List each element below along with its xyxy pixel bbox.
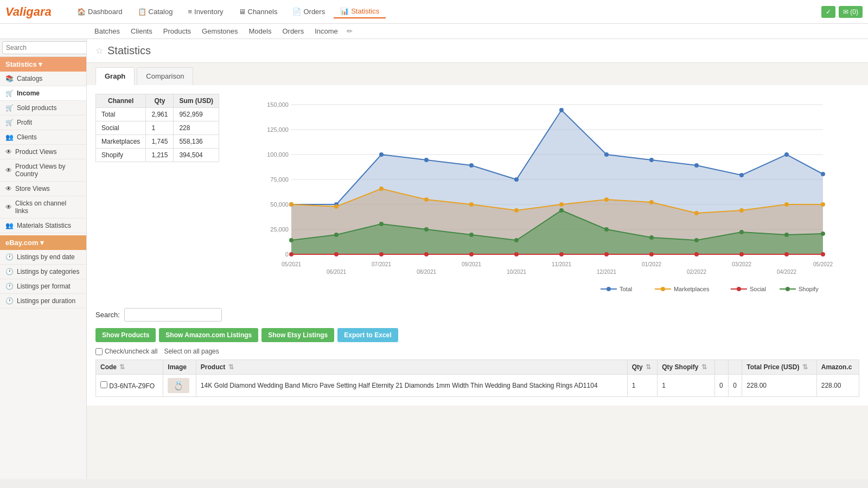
qty-shopify-sort-icon[interactable]: ⇅ — [701, 363, 707, 371]
nav-inventory[interactable]: ≡ Inventory — [181, 5, 229, 18]
code-sort-icon[interactable]: ⇅ — [119, 363, 125, 371]
row-checkbox-cell: D3-6NTA-Z9FO — [96, 375, 163, 397]
sidebar-statistics-section[interactable]: Statistics ▾ — [0, 57, 86, 72]
tab-comparison[interactable]: Comparison — [137, 67, 193, 85]
green-action-button[interactable]: ✓ — [821, 6, 835, 18]
svg-point-61 — [514, 238, 519, 242]
sidebar-item-catalogs[interactable]: 📚 Catalogs — [0, 72, 86, 86]
nav-catalog[interactable]: 📋 Catalog — [131, 5, 180, 18]
subnav-batches[interactable]: Batches — [92, 26, 122, 36]
svg-point-68 — [821, 232, 825, 236]
channel-name: Marketplaces — [96, 135, 146, 149]
row-total-price: 228.00 — [742, 375, 816, 397]
svg-point-67 — [784, 233, 789, 237]
data-table: Code ⇅ Image Product ⇅ Qty ⇅ Qty Shopify… — [95, 359, 859, 397]
sidebar-item-listings-categories[interactable]: 🕐 Listings by categories — [0, 265, 86, 279]
product-image: 💍 — [168, 378, 189, 393]
show-products-button[interactable]: Show Products — [95, 328, 156, 342]
sidebar-item-product-views[interactable]: 👁 Product Views — [0, 145, 86, 159]
channel-table-row: Shopify1,215394,504 — [96, 149, 219, 162]
search-field[interactable] — [124, 308, 222, 322]
sidebar-item-clicks[interactable]: 👁 Clicks on channel links — [0, 196, 86, 219]
svg-point-56 — [289, 238, 293, 242]
col-qty-shopify: Qty Shopify ⇅ — [658, 360, 715, 375]
total-sort-icon[interactable]: ⇅ — [802, 363, 808, 371]
svg-text:09/2021: 09/2021 — [462, 261, 482, 267]
subnav-models[interactable]: Models — [247, 26, 274, 36]
tabs-container: Graph Comparison — [87, 63, 868, 85]
sidebar-item-product-views-country[interactable]: 👁 Product Views by Country — [0, 159, 86, 182]
search-input[interactable] — [2, 41, 87, 54]
svg-text:01/2022: 01/2022 — [642, 261, 662, 267]
svg-point-46 — [424, 252, 429, 256]
subnav-orders[interactable]: Orders — [280, 26, 306, 36]
sidebar-item-listings-duration[interactable]: 🕐 Listings per duration — [0, 294, 86, 309]
svg-point-32 — [379, 187, 384, 191]
product-sort-icon[interactable]: ⇅ — [228, 363, 234, 371]
svg-point-34 — [469, 202, 474, 207]
sub-nav: Batches Clients Products Gemstones Model… — [0, 24, 868, 39]
select-all-pages[interactable]: Select on all pages — [164, 348, 219, 355]
sidebar-item-sold-products[interactable]: 🛒 Sold products — [0, 101, 86, 115]
channel-sum: 394,504 — [174, 149, 219, 162]
sidebar-item-profit[interactable]: 🛒 Profit — [0, 115, 86, 130]
layout: ▶ Statistics ▾ 📚 Catalogs 🛒 Income 🛒 Sol… — [0, 39, 868, 479]
table-controls: Search: Show Products Show Amazon.com Li… — [95, 308, 859, 355]
search-label: Search: — [95, 311, 120, 319]
row-checkbox[interactable] — [100, 381, 107, 388]
channel-qty: 1,215 — [146, 149, 174, 162]
svg-point-27 — [739, 173, 744, 177]
svg-point-28 — [784, 152, 789, 157]
nav-statistics[interactable]: 📊 Statistics — [334, 5, 386, 18]
row-qty: 1 — [627, 375, 658, 397]
col-extra1 — [715, 360, 729, 375]
subnav-clients[interactable]: Clients — [129, 26, 155, 36]
svg-point-25 — [649, 158, 654, 162]
qty-col-header: Qty — [146, 94, 174, 108]
svg-text:150,000: 150,000 — [267, 101, 289, 108]
mail-button[interactable]: ✉ (0) — [839, 6, 863, 18]
subnav-gemstones[interactable]: Gemstones — [200, 26, 240, 36]
export-button[interactable]: Export to Excel — [337, 328, 398, 342]
show-etsy-button[interactable]: Show Etsy Listings — [261, 328, 334, 342]
sidebar-ebay-section[interactable]: eBay.com ▾ — [0, 235, 86, 250]
check-all-checkbox[interactable] — [95, 348, 103, 355]
sidebar-item-materials[interactable]: 👥 Materials Statistics — [0, 219, 86, 233]
nav-orders[interactable]: 📄 Orders — [286, 5, 331, 18]
table-row: D3-6NTA-Z9FO 💍 14K Gold Diamond Wedding … — [96, 375, 859, 397]
svg-text:05/2022: 05/2022 — [813, 261, 833, 267]
tab-graph[interactable]: Graph — [95, 67, 135, 85]
check-uncheck-all-label[interactable]: Check/uncheck all — [95, 348, 157, 355]
sidebar-item-income[interactable]: 🛒 Income — [0, 86, 86, 101]
svg-point-33 — [424, 197, 429, 202]
favorite-icon[interactable]: ☆ — [95, 46, 103, 56]
channel-table-row: Total2,961952,959 — [96, 108, 219, 121]
page-header: ☆ Statistics — [87, 39, 868, 63]
edit-icon[interactable]: ✏ — [347, 27, 353, 35]
sidebar-item-listings-format[interactable]: 🕐 Listings per format — [0, 279, 86, 294]
subnav-income[interactable]: Income — [312, 26, 340, 36]
svg-text:125,000: 125,000 — [267, 126, 289, 133]
sidebar-item-listings-end-date[interactable]: 🕐 Listings by end date — [0, 250, 86, 265]
income-icon: 🛒 — [5, 89, 14, 97]
channel-table-row: Social1228 — [96, 121, 219, 135]
channel-sum: 228 — [174, 121, 219, 135]
channel-stats: Channel Qty Sum (USD) Total2,961952,959S… — [95, 94, 219, 301]
channel-sum: 952,959 — [174, 108, 219, 121]
show-amazon-button[interactable]: Show Amazon.com Listings — [159, 328, 258, 342]
action-buttons: Show Products Show Amazon.com Listings S… — [95, 328, 859, 342]
nav-dashboard[interactable]: 🏠 Dashboard — [71, 5, 129, 18]
clicks-icon: 👁 — [5, 203, 12, 211]
nav-channels[interactable]: 🖥 Channels — [232, 5, 284, 18]
svg-point-89 — [737, 287, 741, 291]
sidebar-item-store-views[interactable]: 👁 Store Views — [0, 182, 86, 196]
subnav-products[interactable]: Products — [161, 26, 193, 36]
svg-text:0: 0 — [285, 251, 289, 258]
svg-text:11/2021: 11/2021 — [552, 261, 572, 267]
sidebar-item-clients[interactable]: 👥 Clients — [0, 130, 86, 145]
svg-point-23 — [559, 108, 564, 112]
svg-point-42 — [821, 202, 825, 207]
qty-sort-icon[interactable]: ⇅ — [646, 363, 651, 371]
row-product: 14K Gold Diamond Wedding Band Micro Pave… — [196, 375, 627, 397]
svg-point-63 — [604, 227, 609, 232]
